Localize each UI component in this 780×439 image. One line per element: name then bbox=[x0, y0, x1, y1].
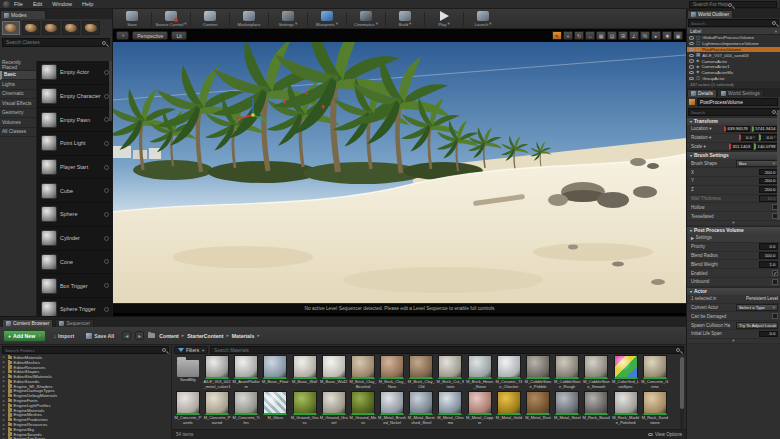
save-button[interactable]: Save bbox=[117, 11, 147, 27]
asset-m-metal-steel[interactable]: M_Metal_Steel bbox=[553, 391, 581, 426]
search-materials-input[interactable]: Search Materials bbox=[210, 346, 684, 354]
section-header-transform[interactable]: ▾Transform bbox=[687, 117, 780, 125]
modes-scrollbar[interactable] bbox=[109, 61, 112, 121]
enabled-checkbox[interactable]: ✓ bbox=[772, 270, 778, 276]
settings-button[interactable]: Settings▾ bbox=[273, 11, 303, 27]
asset-m-cobblestone-smooth[interactable]: M_CobbleStone_Smooth bbox=[583, 355, 611, 390]
sequencer-tab[interactable]: Sequencer bbox=[55, 319, 94, 327]
save-all-button[interactable]: Save All bbox=[82, 330, 118, 342]
category-recently-placed[interactable]: Recently Placed bbox=[0, 61, 36, 71]
details-search-input[interactable]: Search bbox=[688, 108, 779, 116]
asset-aile-v03-002-metal-culver1[interactable]: AILE_V03_002_metal_culver1 bbox=[203, 355, 231, 390]
asset-m-brick-clay-beveled[interactable]: M_Brick_Clay_Beveled bbox=[349, 355, 377, 390]
filters-button[interactable]: Filters ▾ bbox=[174, 346, 208, 354]
value-field[interactable]: 100.0 bbox=[759, 252, 778, 259]
value-field[interactable]: 10.0 bbox=[759, 195, 778, 202]
value-field[interactable]: 200.0 bbox=[759, 169, 778, 176]
category-volumes[interactable]: Volumes bbox=[0, 118, 36, 128]
asset-m-metal-copper[interactable]: M_Metal_Copper bbox=[466, 391, 494, 426]
section-header-brush-settings[interactable]: ▾Brush Settings bbox=[687, 151, 780, 159]
placeable-item-sphere[interactable]: Sphere bbox=[37, 203, 112, 227]
build-button[interactable]: Build▾ bbox=[390, 11, 420, 27]
value-field[interactable]: 1.0 bbox=[759, 261, 778, 268]
import-button[interactable]: ↓ Import bbox=[50, 330, 79, 342]
details-tab[interactable]: Details bbox=[687, 89, 717, 97]
scale-snap-icon[interactable]: % bbox=[640, 31, 650, 40]
value-field[interactable]: 5741.9414 bbox=[752, 126, 778, 133]
launch-button[interactable]: Launch▾ bbox=[468, 11, 498, 27]
visibility-eye-icon[interactable] bbox=[689, 77, 694, 80]
content-browser-tab[interactable]: Content Browser bbox=[2, 319, 53, 327]
search-folders-input[interactable]: Search Folders bbox=[2, 346, 169, 354]
placeable-item-cone[interactable]: Cone bbox=[37, 251, 112, 275]
asset-m-ground-moss[interactable]: M_Ground_Moss bbox=[349, 391, 377, 426]
asset-m-rock-basalt[interactable]: M_Rock_Basalt bbox=[583, 391, 611, 426]
convert-actor-dropdown[interactable]: Select a Type▾ bbox=[736, 304, 778, 311]
cinematics-button[interactable]: Cinematics▾ bbox=[351, 11, 381, 27]
breadcrumb-content[interactable]: Content bbox=[159, 333, 179, 339]
menu-window[interactable]: Window bbox=[52, 1, 72, 7]
visibility-eye-icon[interactable] bbox=[689, 59, 694, 62]
placeable-item-empty-actor[interactable]: Empty Actor bbox=[37, 61, 112, 85]
blueprints-button[interactable]: Blueprints▾ bbox=[312, 11, 342, 27]
can-be-damaged-checkbox[interactable] bbox=[772, 313, 778, 319]
view-options-button[interactable]: View Options bbox=[648, 432, 682, 437]
paint-mode-tab[interactable] bbox=[22, 21, 40, 35]
geometry-mode-tab[interactable] bbox=[82, 21, 100, 35]
placeable-item-empty-character[interactable]: Empty Character bbox=[37, 85, 112, 109]
unbound-checkbox[interactable] bbox=[772, 279, 778, 285]
lit-button[interactable]: Lit bbox=[171, 31, 186, 40]
category-lights[interactable]: Lights bbox=[0, 80, 36, 90]
asset-m-concrete-poured[interactable]: M_Concrete_Poured bbox=[203, 391, 231, 426]
value-field[interactable]: 0.0 ° bbox=[739, 134, 758, 141]
content-button[interactable]: Content bbox=[195, 11, 225, 27]
back-button[interactable]: ◂ bbox=[122, 331, 131, 340]
asset-m-rock-marble-polished[interactable]: M_Rock_Marble_Polished bbox=[612, 391, 640, 426]
add-new-button[interactable]: + Add New ▾ bbox=[3, 330, 46, 342]
asset-m-ground-gravel[interactable]: M_Ground_Gravel bbox=[320, 391, 348, 426]
asset-m-concrete-panels[interactable]: M_Concrete_Panels bbox=[174, 391, 202, 426]
asset-m-concrete-grime[interactable]: M_Concrete_Grime bbox=[641, 355, 669, 390]
placeable-item-sphere-trigger[interactable]: Sphere Trigger bbox=[37, 298, 112, 316]
menu-help[interactable]: Help bbox=[82, 1, 93, 7]
level-viewport[interactable]: ▾ Perspective Lit ↖+↻↔▦▤⊞∠%▸✱▣ bbox=[113, 29, 686, 316]
asset-m-basic-wall2[interactable]: M_Basic_Wall2 bbox=[320, 355, 348, 390]
visibility-eye-icon[interactable] bbox=[689, 48, 694, 51]
marketplace-button[interactable]: Marketplace bbox=[234, 11, 264, 27]
asset-m-basic-wall[interactable]: M_Basic_Wall bbox=[291, 355, 319, 390]
help-search-input[interactable]: Search For Help bbox=[689, 1, 777, 8]
value-field[interactable]: 200.0 bbox=[759, 178, 778, 185]
viewport-scene[interactable] bbox=[113, 42, 686, 303]
select-tool-icon[interactable]: ↖ bbox=[552, 31, 562, 40]
expand-section-button[interactable]: ▼ bbox=[687, 339, 780, 344]
modes-tab[interactable]: Modes bbox=[0, 10, 46, 19]
grid-snap-icon[interactable]: ⊞ bbox=[618, 31, 628, 40]
world-outliner-tab[interactable]: World Outliner bbox=[687, 10, 733, 18]
visibility-eye-icon[interactable] bbox=[689, 42, 694, 45]
viewport-options-button[interactable]: ▾ bbox=[116, 31, 129, 40]
category-basic[interactable]: Basic bbox=[0, 71, 36, 81]
landscape-mode-tab[interactable] bbox=[42, 21, 60, 35]
foliage-mode-tab[interactable] bbox=[62, 21, 80, 35]
asset-m-metal-brushed-nickel[interactable]: M_Metal_Brushed_Nickel bbox=[378, 391, 406, 426]
asset-m-rock-sandstone[interactable]: M_Rock_Sandstone bbox=[641, 391, 669, 426]
place-mode-tab[interactable] bbox=[2, 21, 20, 35]
outliner-search-input[interactable]: Search... bbox=[688, 19, 779, 27]
value-field[interactable]: 311.1403 bbox=[729, 143, 753, 150]
visibility-eye-icon[interactable] bbox=[689, 71, 694, 74]
placeable-item-empty-pawn[interactable]: Empty Pawn bbox=[37, 108, 112, 132]
play-button[interactable]: Play▾ bbox=[429, 11, 459, 27]
brush-shape-dropdown[interactable]: Box▾ bbox=[736, 160, 778, 167]
visibility-eye-icon[interactable] bbox=[689, 54, 694, 57]
asset-m-cobblestone-pebble[interactable]: M_CobbleStone_Pebble bbox=[524, 355, 552, 390]
asset-m-assetplatform[interactable]: M_AssetPlatform bbox=[232, 355, 260, 390]
asset-sandbily[interactable]: SandBily bbox=[174, 355, 202, 390]
placeable-item-cylinder[interactable]: Cylinder bbox=[37, 227, 112, 251]
search-classes-input[interactable]: Search Classes bbox=[2, 38, 110, 47]
section-header-post-process-volume[interactable]: ▾Post Process Volume bbox=[687, 226, 780, 234]
maximize-viewport-icon[interactable]: ▣ bbox=[673, 31, 683, 40]
asset-m-brick-clay-old[interactable]: M_Brick_Clay_Old bbox=[408, 355, 436, 390]
outliner-column-header[interactable]: Label ▾ bbox=[687, 28, 780, 35]
surface-snap-icon[interactable]: ▤ bbox=[607, 31, 617, 40]
asset-m-metal-rust[interactable]: M_Metal_Rust bbox=[524, 391, 552, 426]
